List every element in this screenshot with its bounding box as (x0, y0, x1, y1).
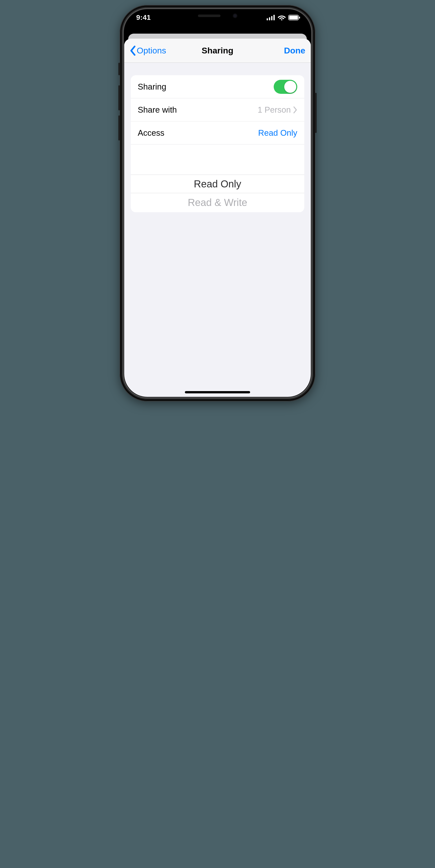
access-row[interactable]: Access Read Only (131, 121, 304, 145)
screen: 9:41 (124, 9, 311, 397)
done-button[interactable]: Done (284, 46, 305, 56)
access-value: Read Only (258, 128, 297, 138)
access-picker[interactable]: Read Only Read & Write (131, 175, 304, 212)
wifi-icon (278, 15, 286, 20)
navbar: Options Sharing Done (124, 39, 311, 63)
svg-rect-1 (269, 17, 270, 20)
home-indicator[interactable] (185, 391, 250, 393)
switch-knob (284, 81, 296, 93)
chevron-left-icon (130, 46, 136, 56)
settings-card: Sharing Share with 1 Person (131, 75, 304, 212)
svg-rect-0 (267, 18, 268, 20)
svg-rect-6 (289, 16, 298, 20)
picker-option[interactable]: Read & Write (131, 193, 304, 212)
status-icons (267, 15, 300, 20)
sharing-row: Sharing (131, 75, 304, 98)
cellular-icon (267, 15, 275, 20)
access-label: Access (138, 128, 164, 138)
share-with-row[interactable]: Share with 1 Person (131, 98, 304, 121)
chevron-right-icon (293, 106, 297, 114)
svg-rect-7 (299, 17, 300, 19)
picker-option-selected[interactable]: Read Only (131, 175, 304, 193)
back-button[interactable]: Options (130, 46, 166, 56)
side-button (315, 93, 317, 133)
share-with-label: Share with (138, 105, 177, 115)
front-camera (233, 14, 237, 18)
back-label: Options (137, 46, 166, 56)
app: Options Sharing Done Sharing (124, 9, 311, 397)
battery-icon (288, 15, 300, 20)
sharing-label: Sharing (138, 82, 166, 92)
speaker-grille (198, 14, 220, 17)
volume-up-button (118, 85, 120, 111)
volume-down-button (118, 115, 120, 141)
mute-switch (118, 63, 120, 75)
device-frame: 9:41 (120, 5, 315, 401)
svg-point-4 (281, 19, 282, 20)
content: Sharing Share with 1 Person (124, 63, 311, 397)
sharing-toggle[interactable] (274, 80, 297, 94)
sheet: Options Sharing Done Sharing (124, 39, 311, 397)
status-time: 9:41 (136, 13, 151, 22)
notch (177, 9, 258, 22)
share-with-value: 1 Person (258, 105, 291, 115)
svg-rect-2 (271, 16, 273, 20)
svg-rect-3 (274, 15, 275, 20)
